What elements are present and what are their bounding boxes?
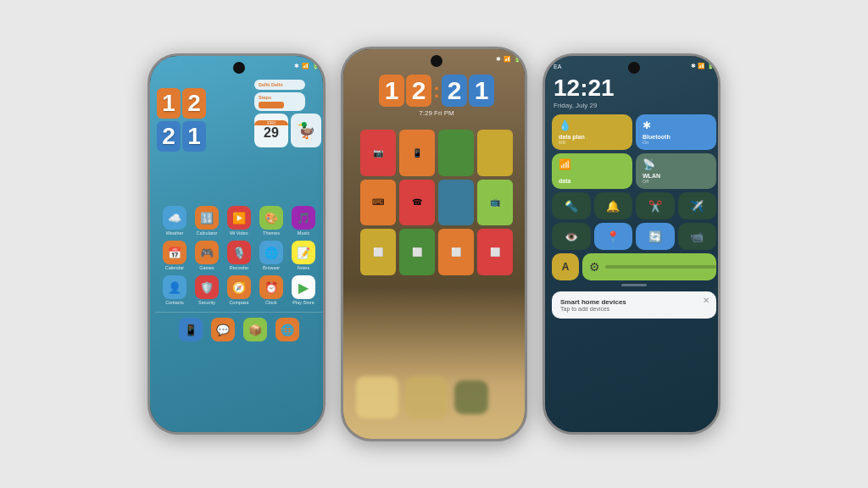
app-dock: 📱 💬 📦 🌐 [155,312,323,341]
app-row-3: 👤 Contacts 🛡️ Security 🧭 Compass ⏰ Clock… [155,275,323,305]
clay-block-11: ⬜ [438,229,474,275]
status-icons-right: ✱ 📶 🔋 [691,63,715,69]
app-label-security: Security [198,300,215,305]
wlan-icon: 📡 [643,158,709,170]
accessibility-button[interactable]: A [552,253,579,280]
volume-btn [324,124,326,158]
phone-home-screen: ✱ 📶 🔋 Delhi Delhi Steps FRI 29 🦆 [147,53,326,435]
clay-block-6: ☎ [399,180,435,226]
app-label-compass: Compass [229,300,248,305]
icon-row-1: 🔦 🔔 ✂️ ✈️ [545,192,721,219]
camera-notch-2 [431,55,442,67]
clay-block-3 [438,130,474,176]
dock-app-4[interactable]: 🌐 [273,318,302,341]
app-label-themes: Themes [263,230,280,236]
clay-block-8: 📺 [477,180,513,226]
app-recorder[interactable]: 🎙️ Recorder [225,241,253,270]
app-calendar[interactable]: 📅 Calendar [160,241,189,270]
dock-app-2[interactable]: 💬 [209,318,237,341]
drag-handle [545,284,721,286]
app-row-2: 📅 Calendar 🎮 Games 🎙️ Recorder 🌐 Browser… [155,241,323,270]
dock-app-3[interactable]: 📦 [241,318,270,341]
app-music[interactable]: 🎵 Music [289,206,318,236]
app-play-store[interactable]: ▶ Play Store [289,275,318,305]
bottom-blur-items [356,376,517,419]
clay-block-1: 📷 [360,130,396,176]
smart-home-close[interactable]: ✕ [703,296,709,305]
app-label-mi-video: Mi Video [230,230,248,236]
clay-block-7 [438,180,474,226]
ls-hour-1: 1 [379,75,404,107]
data-bars-icon: 📶 [559,158,626,170]
dock-app-1[interactable]: 📱 [176,318,205,341]
app-label-weather: Weather [166,230,184,236]
control-row-1: 💧 data plan MB ✱ Bluetooth On [552,114,716,150]
duck-widget: 🦆 [291,114,321,147]
min-digit-1: 2 [157,121,181,152]
bluetooth-button[interactable]: ✱ Bluetooth On [636,114,716,150]
app-label-music: Music [298,230,309,236]
privacy-button[interactable]: 👁️ [552,223,591,250]
signal-icon: 📶 [302,63,309,69]
volume-down-btn [324,166,326,191]
control-grid: 💧 data plan MB ✱ Bluetooth On [545,114,721,189]
wlan-button[interactable]: 📡 WLAN Off [636,153,716,189]
clay-art: 📷 📱 ⌨ ☎ 📺 ⬜ ⬜ ⬜ ⬜ [360,130,513,324]
clay-block-9: ⬜ [360,229,396,275]
data-plan-label: data plan [559,134,626,140]
app-label-clock: Clock [265,300,277,305]
location-icon: 📍 [606,230,620,243]
calendar-widget: FRI 29 [254,114,288,147]
bell-button[interactable]: 🔔 [594,192,633,219]
screencast-button[interactable]: 🔄 [636,223,675,250]
app-label-play-store: Play Store [292,300,314,305]
app-notes[interactable]: 📝 Notes [289,241,318,270]
cal-day: 29 [264,125,279,141]
app-security[interactable]: 🛡️ Security [192,275,221,305]
steps-widget: Steps [254,92,305,111]
ls-hour-2: 2 [406,75,431,107]
data-toggle-button[interactable]: 📶 data [552,153,632,189]
flashlight-icon: 🔦 [565,200,578,213]
airplane-button[interactable]: ✈️ [678,192,717,219]
app-contacts[interactable]: 👤 Contacts [160,275,189,305]
app-calculator[interactable]: 🔢 Calculator [192,206,221,236]
app-grid: ☁️ Weather 🔢 Calculator ▶️ Mi Video 🎨 Th… [150,202,326,350]
bluetooth-icon: ✱ [294,63,299,69]
app-browser[interactable]: 🌐 Browser [257,241,286,270]
a-icon: A [562,261,570,273]
app-label-notes: Notes [298,265,309,270]
app-mi-video[interactable]: ▶️ Mi Video [225,206,253,236]
carrier-label: EA [554,64,561,69]
smart-home-card[interactable]: ✕ Smart home devices Tap to add devices [552,291,716,319]
app-compass[interactable]: 🧭 Compass [225,275,253,305]
camera-notch [233,62,245,74]
eye-icon: 👁️ [565,230,578,243]
wlan-label: WLAN [643,173,709,179]
settings-bar[interactable]: ⚙ [582,253,716,280]
brightness-slider[interactable] [605,265,716,269]
app-label-games: Games [199,265,214,270]
blur-item-3 [454,380,488,414]
screencast-icon: 🔄 [648,230,662,243]
bell-icon: 🔔 [606,200,620,213]
flashlight-button[interactable]: 🔦 [552,192,591,219]
app-games[interactable]: 🎮 Games [192,241,221,270]
location-text: Delhi Delhi [259,82,301,87]
app-themes[interactable]: 🎨 Themes [257,206,286,236]
camera-button[interactable]: 📹 [678,223,717,250]
location-button[interactable]: 📍 [594,223,633,250]
app-weather[interactable]: ☁️ Weather [160,206,189,236]
cast-icon: ✂️ [648,200,662,213]
clay-block-12: ⬜ [477,229,513,275]
app-label-calculator: Calculator [197,230,218,236]
app-clock[interactable]: ⏰ Clock [257,275,286,305]
signal-icon-3: 📶 [698,63,705,69]
cc-clock: 12:21 Friday, July 29 [545,71,721,114]
control-row-2: 📶 data 📡 WLAN Off [552,153,716,189]
data-toggle-label: data [559,178,626,184]
handle-bar [621,284,647,286]
data-plan-button[interactable]: 💧 data plan MB [552,114,632,150]
steps-label: Steps [259,95,301,100]
cast-button[interactable]: ✂️ [636,192,675,219]
